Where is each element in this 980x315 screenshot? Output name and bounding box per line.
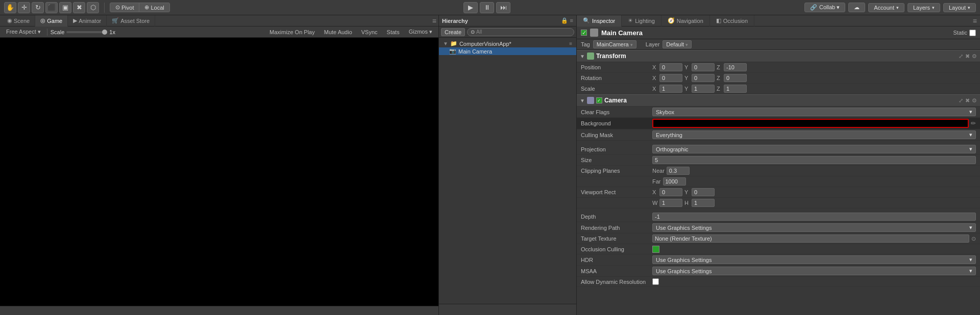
pos-x-field[interactable] xyxy=(659,63,682,71)
pause-btn[interactable]: ⏸ xyxy=(480,2,494,13)
rect-tool-btn[interactable]: ▣ xyxy=(59,2,71,13)
scale-x-label: X xyxy=(652,86,658,92)
layer-dropdown[interactable]: Default ▾ xyxy=(663,40,692,48)
rendering-path-dropdown[interactable]: Use Graphics Settings ▾ xyxy=(652,223,976,232)
object-icon xyxy=(590,29,598,37)
gizmos-btn[interactable]: Gizmos ▾ xyxy=(406,28,435,36)
position-row: Position X Y Z xyxy=(577,62,980,73)
object-enable-checkbox[interactable]: ✓ xyxy=(581,30,587,36)
depth-field[interactable] xyxy=(652,213,976,221)
hierarchy-search[interactable]: ⊙ All xyxy=(467,28,574,36)
layout-btn[interactable]: Layout ▾ xyxy=(943,3,976,12)
tab-game[interactable]: ◎ Game xyxy=(35,15,68,27)
move-tool-btn[interactable]: ✛ xyxy=(18,2,30,13)
collab-btn[interactable]: 🔗 Collab ▾ xyxy=(804,3,845,12)
rotate-tool-btn[interactable]: ↻ xyxy=(32,2,44,13)
hierarchy-menu-icon[interactable]: ≡ xyxy=(570,17,573,24)
step-btn[interactable]: ⏭ xyxy=(496,2,510,13)
vsync-btn[interactable]: VSync xyxy=(358,29,381,36)
lighting-label: Lighting xyxy=(635,18,655,24)
clear-flags-dropdown[interactable]: Skybox ▾ xyxy=(652,108,976,116)
clipping-far-row: Far xyxy=(577,176,980,187)
color-picker-icon[interactable]: ✏ xyxy=(971,120,976,127)
camera-settings-icon[interactable]: ⚙ xyxy=(972,97,977,104)
scale-x-field[interactable] xyxy=(659,85,682,93)
near-field[interactable] xyxy=(667,167,690,175)
rot-z-field[interactable] xyxy=(724,74,747,82)
inspector-icon: 🔍 xyxy=(583,17,590,24)
custom-tool-btn[interactable]: ⬡ xyxy=(87,2,99,13)
tab-inspector[interactable]: 🔍 Inspector xyxy=(577,15,622,27)
tag-dropdown[interactable]: MainCamera ▾ xyxy=(593,40,636,48)
vp-w-field[interactable] xyxy=(659,199,682,207)
tag-value: MainCamera xyxy=(597,41,629,47)
pos-z-field[interactable] xyxy=(724,63,747,71)
animator-label: Animator xyxy=(79,18,101,24)
local-btn[interactable]: ⊕ Local xyxy=(139,3,169,12)
rot-x-field[interactable] xyxy=(659,74,682,82)
rot-y-field[interactable] xyxy=(692,74,715,82)
mute-audio-btn[interactable]: Mute Audio xyxy=(321,29,355,36)
tab-occlusion[interactable]: ◧ Occlusion xyxy=(710,15,754,27)
camera-enable-checkbox[interactable]: ✓ xyxy=(596,97,602,103)
play-btn[interactable]: ▶ xyxy=(463,2,478,13)
inspector-tab-menu[interactable]: ≡ xyxy=(970,17,980,25)
vp-h-field[interactable] xyxy=(692,199,715,207)
allow-dynamic-res-checkbox[interactable] xyxy=(652,278,659,285)
inspector-content: ✓ Main Camera Static Tag MainCamera ▾ La… xyxy=(577,27,980,315)
tab-scene[interactable]: ◉ Scene xyxy=(2,15,35,27)
culling-mask-dropdown[interactable]: Everything ▾ xyxy=(652,130,976,139)
main-camera-item[interactable]: 📷 Main Camera xyxy=(439,47,576,55)
scale-z-coord: Z xyxy=(717,85,747,93)
viewport-xy: X Y xyxy=(652,188,976,196)
background-color-swatch[interactable] xyxy=(652,119,969,128)
transform-tool-btn[interactable]: ✖ xyxy=(73,2,85,13)
hdr-dropdown[interactable]: Use Graphics Settings ▾ xyxy=(652,255,976,264)
background-row: Background ✏ xyxy=(577,118,980,129)
main-area: ◉ Scene ◎ Game ▶ Animator 🛒 Asset Store … xyxy=(0,15,980,315)
scale-slider[interactable] xyxy=(66,31,107,33)
clear-flags-row: Clear Flags Skybox ▾ xyxy=(577,107,980,118)
transform-settings-icon[interactable]: ⚙ xyxy=(972,53,977,60)
msaa-dropdown[interactable]: Use Graphics Settings ▾ xyxy=(652,267,976,275)
transform-section-header[interactable]: ▼ Transform ⤢ ✖ ⚙ xyxy=(577,50,980,62)
stats-btn[interactable]: Stats xyxy=(384,29,403,36)
scale-y-field[interactable] xyxy=(692,85,715,93)
far-field[interactable] xyxy=(663,177,686,186)
viewport-wh: W H xyxy=(652,199,976,207)
tab-bar-menu[interactable]: ≡ xyxy=(432,17,436,25)
projection-dropdown[interactable]: Orthographic ▾ xyxy=(652,145,976,153)
tab-asset-store[interactable]: 🛒 Asset Store xyxy=(107,15,155,27)
account-btn[interactable]: Account ▾ xyxy=(868,3,904,12)
pivot-icon: ⊙ xyxy=(115,4,120,11)
camera-section-header[interactable]: ▼ ✓ Camera ⤢ ✖ ⚙ xyxy=(577,94,980,107)
scale-tool-btn[interactable]: ⬛ xyxy=(45,2,58,13)
vp-w-label: W xyxy=(652,200,658,206)
hand-tool-btn[interactable]: ✋ xyxy=(4,2,16,13)
camera-action-2[interactable]: ✖ xyxy=(965,97,970,104)
free-aspect-item[interactable]: Free Aspect ▾ xyxy=(3,28,44,36)
tab-navigation[interactable]: 🧭 Navigation xyxy=(662,15,710,27)
static-checkbox[interactable] xyxy=(969,30,976,36)
vp-y-field[interactable] xyxy=(692,188,715,196)
camera-action-1[interactable]: ⤢ xyxy=(959,97,963,104)
maximize-on-play-btn[interactable]: Maximize On Play xyxy=(266,29,318,36)
size-field[interactable] xyxy=(652,156,976,164)
occlusion-culling-checkbox[interactable] xyxy=(652,246,659,253)
vp-x-field[interactable] xyxy=(659,188,682,196)
layers-btn[interactable]: Layers ▾ xyxy=(908,3,940,12)
cloud-btn[interactable]: ☁ xyxy=(848,3,865,12)
project-item[interactable]: ▼ 📁 ComputerVisionApp* ≡ xyxy=(439,40,576,47)
pos-y-field[interactable] xyxy=(692,63,715,71)
target-texture-field[interactable] xyxy=(652,234,969,243)
scale-control: Scale 1x xyxy=(51,29,115,35)
create-btn[interactable]: Create xyxy=(441,28,465,36)
transform-action-1[interactable]: ⤢ xyxy=(959,53,963,60)
tab-lighting[interactable]: ☀ Lighting xyxy=(622,15,662,27)
scale-z-field[interactable] xyxy=(724,85,747,93)
transform-action-2[interactable]: ✖ xyxy=(965,53,970,60)
pivot-btn[interactable]: ⊙ Pivot xyxy=(110,3,139,12)
target-texture-pick-icon[interactable]: ⊙ xyxy=(971,235,976,242)
free-aspect-label: Free Aspect xyxy=(6,29,36,35)
tab-animator[interactable]: ▶ Animator xyxy=(68,15,107,27)
